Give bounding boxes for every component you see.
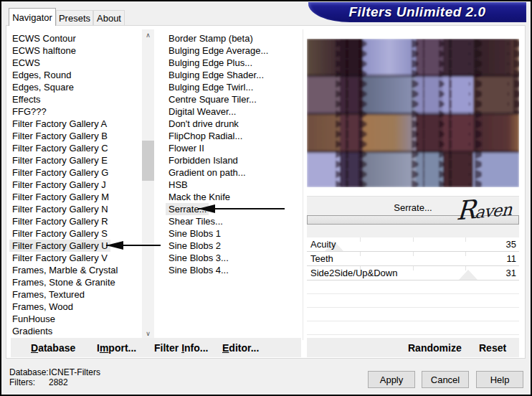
app-title: Filters Unlimited 2.0 [348, 4, 485, 20]
filter-item[interactable]: Shear Tiles... [166, 215, 302, 227]
category-item[interactable]: Filter Factory Gallery M [9, 191, 144, 203]
filter-item[interactable]: Sine Blobs 2 [166, 240, 302, 252]
slider-thumb-icon [459, 270, 478, 280]
category-item[interactable]: ECWS [9, 57, 144, 69]
filter-item[interactable]: Mack the Knife [166, 191, 302, 203]
reset-button[interactable]: Reset [479, 338, 506, 357]
filter-list: Border Stamp (beta) Bulging Edge Average… [166, 32, 302, 302]
param-label: Acuity [310, 239, 336, 250]
category-item[interactable]: Filter Factory Gallery C [9, 142, 144, 154]
category-list: ECWS Contour ECWS halftone ECWS Edges, R… [9, 32, 144, 339]
filter-item[interactable]: Bulging Edge Plus... [166, 57, 302, 69]
filter-item[interactable]: Centre Square Tiler... [166, 93, 302, 105]
status-filters: Filters:2882 [9, 377, 100, 387]
tab[interactable]: Presets [56, 10, 93, 25]
filter-item[interactable]: Bulging Edge Shader... [166, 69, 302, 81]
empty-slider-row [307, 294, 519, 308]
status-database: Database:ICNET-Filters [9, 367, 100, 377]
annotation-arrow-gallery-u [106, 245, 161, 246]
param-value: 11 [507, 253, 517, 264]
category-item[interactable]: ECWS Contour [9, 32, 144, 44]
category-item[interactable]: Effects [9, 93, 144, 105]
empty-slider-row [307, 280, 519, 294]
filter-item[interactable]: FlipChop Radial... [166, 130, 302, 142]
category-item[interactable]: Filter Factory Gallery A [9, 118, 144, 130]
title-banner: Filters Unlimited 2.0 [308, 2, 526, 22]
filter-item[interactable]: Sine Blobs 1 [166, 227, 302, 240]
main-panel: ECWS Contour ECWS halftone ECWS Edges, R… [6, 25, 526, 359]
scroll-up-icon[interactable]: ∧ [142, 29, 154, 42]
apply-button[interactable]: Apply [368, 371, 415, 388]
category-item[interactable]: Filter Factory Gallery J [9, 179, 144, 191]
param-slider-row[interactable]: Acuity 35 [307, 237, 519, 252]
category-item[interactable]: Filter Factory Gallery B [9, 130, 144, 142]
panel-divider [303, 29, 303, 340]
status-area: Database:ICNET-Filters Filters:2882 [9, 367, 100, 387]
filter-item[interactable]: Bulging Edge Twirl... [166, 81, 302, 93]
parameter-rows: Acuity 35 Teeth 11 Side2Side/Up&Down 31 [307, 237, 519, 280]
category-item[interactable]: Filter Factory Gallery E [9, 154, 144, 166]
editor-button[interactable]: Editor... [222, 338, 259, 357]
category-item[interactable]: Filter Factory Gallery N [9, 203, 144, 215]
empty-slider-row [307, 321, 519, 335]
filter-item[interactable]: Bulging Edge Average... [166, 44, 302, 57]
filter-item[interactable]: Flower II [166, 142, 302, 154]
param-value: 31 [506, 268, 516, 278]
category-item[interactable]: Filter Factory Gallery V [9, 252, 144, 264]
category-item[interactable]: Gradients [9, 325, 144, 337]
filter-item[interactable]: Digital Weaver... [166, 105, 302, 118]
control-header: Serrate... Raven [307, 196, 519, 237]
import-button[interactable]: Import... [97, 338, 136, 357]
right-toolbar: Randomize Reset [307, 338, 519, 357]
preview-image [307, 39, 519, 187]
category-item[interactable]: FFG??? [9, 105, 144, 118]
filter-item[interactable]: Forbidden Island [166, 154, 302, 166]
database-button[interactable]: Database [31, 338, 75, 357]
category-item[interactable]: Edges, Round [9, 69, 144, 81]
category-item[interactable]: Frames, Wood [9, 301, 144, 313]
filter-item[interactable]: Sine Blobs 3... [166, 252, 302, 264]
left-toolbar: Database Import... Filter Info... Editor… [11, 338, 301, 357]
randomize-button[interactable]: Randomize [408, 338, 462, 357]
category-item[interactable]: Frames, Stone & Granite [9, 276, 144, 288]
category-item[interactable]: Edges, Square [9, 81, 144, 93]
filters-unlimited-window: Filters Unlimited 2.0 Navigator Presets … [0, 0, 532, 396]
empty-slider-row [307, 308, 519, 321]
scrollbar-thumb[interactable] [142, 141, 154, 181]
category-item[interactable]: FunHouse [9, 313, 144, 325]
category-item[interactable]: ECWS halftone [9, 44, 144, 57]
filter-item[interactable]: Sine Blobs 4... [166, 264, 302, 276]
parameter-panel: Acuity 35 Teeth 11 Side2Side/Up&Down 31 [307, 237, 519, 338]
tab[interactable]: Navigator [9, 8, 56, 26]
cancel-button[interactable]: Cancel [422, 371, 469, 388]
category-scrollbar[interactable]: ∧ ∨ [142, 29, 154, 340]
category-item[interactable]: Filter Factory Gallery S [9, 227, 144, 240]
tab[interactable]: About [93, 10, 125, 25]
category-item[interactable]: Frames, Textured [9, 288, 144, 301]
param-slider-row[interactable]: Side2Side/Up&Down 31 [307, 266, 519, 280]
help-button[interactable]: Help [476, 371, 523, 388]
category-item[interactable]: Filter Factory Gallery G [9, 166, 144, 179]
filter-info-button[interactable]: Filter Info... [154, 338, 208, 357]
category-item[interactable]: Frames, Marble & Crystal [9, 264, 144, 276]
filter-item[interactable]: Gradient on path... [166, 166, 302, 179]
param-value: 35 [506, 239, 516, 250]
annotation-arrow-serrate [198, 208, 285, 209]
filter-item[interactable]: HSB [166, 179, 302, 191]
param-label: Side2Side/Up&Down [310, 268, 397, 278]
param-label: Teeth [310, 253, 333, 264]
category-item[interactable]: Filter Factory Gallery R [9, 215, 144, 227]
param-slider-row[interactable]: Teeth 11 [307, 252, 519, 266]
filter-item[interactable]: Border Stamp (beta) [166, 32, 302, 44]
filter-item[interactable]: Don't drive drunk [166, 118, 302, 130]
